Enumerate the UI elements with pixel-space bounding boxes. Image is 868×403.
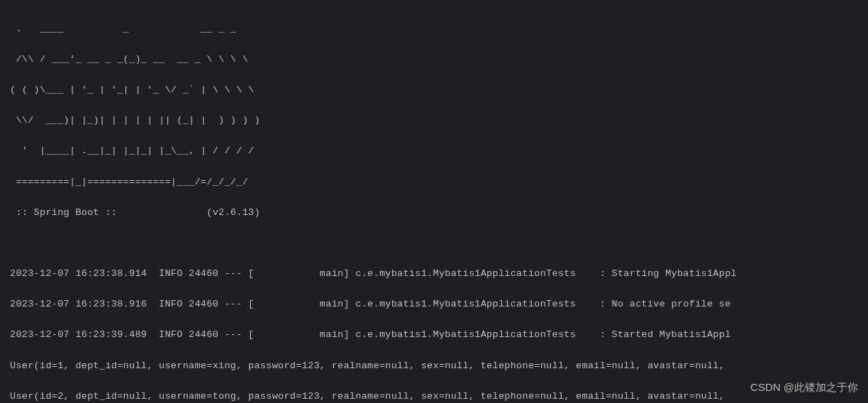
banner-line-3: ( ( )\___ | '_ | '_| | '_ \/ _` | \ \ \ … [10, 82, 868, 98]
log-entry-2: 2023-12-07 16:23:38.916 INFO 24460 --- [… [10, 297, 868, 312]
banner-line-2: /\\ / ___'_ __ _ _(_)_ __ __ _ \ \ \ \ [10, 52, 868, 67]
blank-line-1 [10, 236, 868, 251]
console-output: . ____ _ __ _ _ /\\ / ___'_ __ _ _(_)_ _… [10, 6, 868, 403]
log-entry-3: 2023-12-07 16:23:39.489 INFO 24460 --- [… [10, 327, 868, 343]
user-row-1: User(id=1, dept_id=null, username=xing, … [10, 358, 868, 374]
banner-line-1: . ____ _ __ _ _ [10, 21, 868, 37]
banner-line-7: :: Spring Boot :: (v2.6.13) [10, 205, 868, 221]
banner-line-6: =========|_|==============|___/=/_/_/_/ [10, 175, 868, 190]
banner-line-5: ' |____| .__|_| |_|_| |_\__, | / / / / [10, 143, 868, 159]
log-entry-1: 2023-12-07 16:23:38.914 INFO 24460 --- [… [10, 266, 868, 282]
user-row-2: User(id=2, dept_id=null, username=tong, … [10, 389, 868, 403]
watermark: CSDN @此镂加之于你 [750, 379, 858, 396]
banner-line-4: \\/ ___)| |_)| | | | | || (_| | ) ) ) ) [10, 113, 868, 128]
